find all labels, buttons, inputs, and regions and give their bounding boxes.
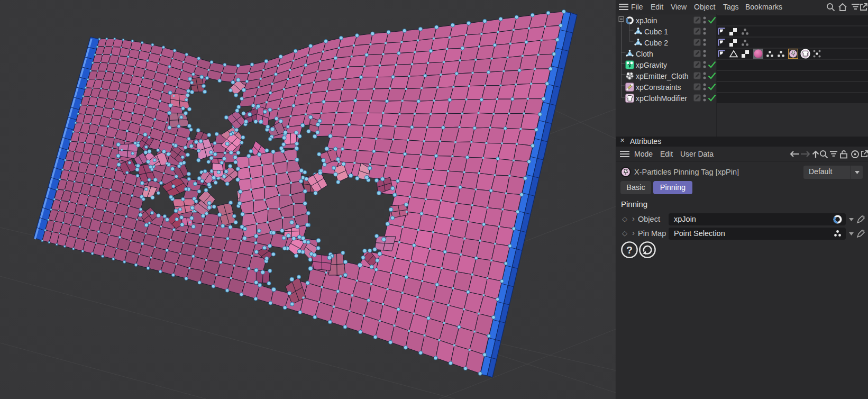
- svg-text:?: ?: [626, 244, 633, 256]
